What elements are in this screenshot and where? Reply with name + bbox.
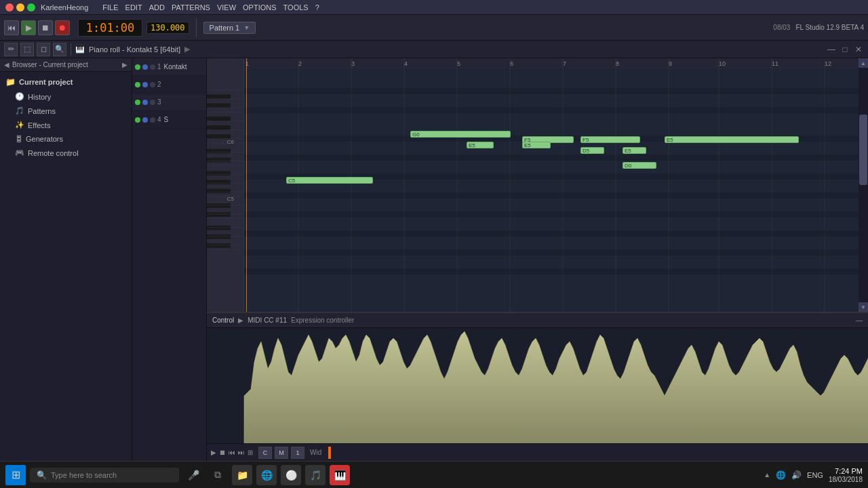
maximize-panel-btn[interactable]: □ bbox=[840, 44, 850, 55]
play-btn[interactable]: ▶ bbox=[21, 20, 36, 35]
pattern-btn[interactable]: Pattern 1 ▼ bbox=[203, 22, 256, 34]
channel-c-btn[interactable]: C bbox=[258, 447, 272, 459]
start-button[interactable]: ⊞ bbox=[5, 465, 26, 485]
remote-label: Remote control bbox=[28, 149, 79, 157]
midi-note-g5-long[interactable]: G0 bbox=[410, 131, 511, 138]
taskbar-app1[interactable]: 🎵 bbox=[305, 465, 326, 485]
midi-note-e5-1[interactable]: E5 bbox=[467, 142, 494, 148]
rewind-btn[interactable]: ⏮ bbox=[4, 20, 19, 35]
channel-m-btn[interactable]: M bbox=[275, 447, 288, 459]
scroll-up-btn[interactable]: ▲ bbox=[859, 58, 868, 68]
midi-note-f5-2[interactable]: F5 bbox=[580, 136, 640, 143]
taskbar-search[interactable]: 🔍 Type here to search bbox=[30, 468, 179, 483]
toolbar-zoom-btn[interactable]: 🔍 bbox=[53, 43, 66, 56]
mini-prev-btn[interactable]: ⏮ bbox=[229, 449, 235, 456]
svg-text:4: 4 bbox=[404, 60, 408, 67]
channel-led-11 bbox=[142, 117, 148, 123]
generators-label: Generators bbox=[26, 135, 63, 143]
channel-led-10 bbox=[135, 117, 140, 123]
svg-text:12: 12 bbox=[825, 60, 831, 67]
midi-note-d5[interactable]: D5 bbox=[580, 147, 604, 154]
volume-icon[interactable]: 🔊 bbox=[791, 470, 802, 480]
taskbar-browser[interactable]: 🌐 bbox=[256, 465, 277, 485]
toolbar-erase-btn[interactable]: ◻ bbox=[37, 43, 50, 56]
channel-led-12 bbox=[150, 117, 155, 123]
midi-note-e5-2[interactable]: E5 bbox=[522, 142, 551, 148]
sidebar-item-patterns[interactable]: 🎵 Patterns bbox=[0, 104, 132, 118]
maximize-btn[interactable] bbox=[27, 3, 35, 12]
pattern-label: Pattern 1 bbox=[210, 24, 240, 32]
svg-text:8: 8 bbox=[616, 60, 619, 67]
scroll-down-btn[interactable]: ▼ bbox=[859, 302, 868, 312]
menu-view[interactable]: VIEW bbox=[217, 3, 236, 12]
midi-note-d0[interactable]: D0 bbox=[623, 162, 656, 169]
vertical-scrollbar[interactable]: ▲ ▼ bbox=[859, 58, 868, 312]
control-label: Control bbox=[212, 317, 234, 324]
sidebar-item-current-project[interactable]: 📁 Current project bbox=[0, 75, 132, 89]
midi-note-c5[interactable]: C5 bbox=[286, 177, 373, 184]
sidebar-tree: 📁 Current project 🕐 History 🎵 Patterns ✨… bbox=[0, 72, 132, 461]
toolbar-select-btn[interactable]: ⬚ bbox=[20, 43, 34, 56]
menu-tools[interactable]: TOOLS bbox=[283, 3, 309, 12]
piano-grid[interactable]: 1 2 3 4 5 6 7 8 9 10 11 12 bbox=[244, 58, 859, 312]
history-label: History bbox=[28, 93, 51, 101]
menu-edit[interactable]: EDIT bbox=[125, 3, 142, 12]
close-panel-btn[interactable]: ✕ bbox=[853, 44, 864, 55]
midi-note-f5-3[interactable]: E5 bbox=[665, 136, 799, 143]
close-btn[interactable] bbox=[5, 3, 14, 12]
channel-led-4 bbox=[135, 82, 140, 87]
sidebar-expand-icon[interactable]: ▶ bbox=[122, 61, 127, 68]
taskbar-app2[interactable]: 🎹 bbox=[330, 465, 350, 485]
network-icon: 🌐 bbox=[776, 470, 786, 480]
channel-led-8 bbox=[142, 100, 148, 105]
svg-rect-1 bbox=[207, 94, 231, 99]
search-placeholder: Type here to search bbox=[51, 471, 117, 479]
channel-name-1: Kontakt bbox=[164, 63, 203, 70]
svg-rect-4 bbox=[207, 125, 231, 130]
svg-rect-88 bbox=[244, 268, 859, 274]
minimize-btn[interactable] bbox=[16, 3, 24, 12]
menu-add[interactable]: ADD bbox=[149, 3, 165, 12]
svg-text:11: 11 bbox=[772, 60, 778, 67]
waveform-svg bbox=[207, 328, 868, 443]
channel-btns: C M 1 bbox=[258, 447, 304, 459]
bpm-display[interactable]: 130.000 bbox=[146, 22, 189, 34]
bottom-controls: ▶ ⏹ ⏮ ⏭ ⊞ C M 1 Wid bbox=[207, 443, 868, 461]
tray-arrow[interactable]: ▲ bbox=[764, 471, 770, 479]
taskbar-chrome[interactable]: ⚪ bbox=[281, 465, 301, 485]
taskbar-file-explorer[interactable]: 📁 bbox=[232, 465, 252, 485]
menu-file[interactable]: FILE bbox=[102, 3, 118, 12]
sidebar-item-remote-control[interactable]: 🎮 Remote control bbox=[0, 146, 132, 160]
stop-btn[interactable]: ⏹ bbox=[38, 20, 53, 35]
channel-1-btn[interactable]: 1 bbox=[291, 447, 304, 459]
menu-patterns[interactable]: PATTERNS bbox=[172, 3, 210, 12]
clock: 7:24 PM 18/03/2018 bbox=[829, 466, 863, 484]
cortana-mic[interactable]: 🎤 bbox=[183, 465, 203, 485]
mini-next-btn[interactable]: ⏭ bbox=[238, 449, 245, 456]
channel-led-6 bbox=[150, 82, 155, 87]
midi-note-d5-2[interactable]: E5 bbox=[623, 147, 646, 154]
control-minimize[interactable]: — bbox=[856, 317, 863, 324]
history-icon: 🕐 bbox=[15, 92, 24, 101]
svg-rect-7 bbox=[207, 158, 231, 163]
menu-options[interactable]: OPTIONS bbox=[243, 3, 277, 12]
menu-help[interactable]: ? bbox=[315, 3, 319, 12]
sidebar-item-effects[interactable]: ✨ Effects bbox=[0, 118, 132, 132]
svg-rect-14 bbox=[207, 235, 231, 239]
mini-grid-btn[interactable]: ⊞ bbox=[248, 449, 253, 456]
channel-num-1: 1 bbox=[157, 63, 161, 70]
task-view-btn[interactable]: ⧉ bbox=[208, 465, 228, 485]
toolbar-draw-btn[interactable]: ✏ bbox=[4, 43, 18, 56]
svg-rect-84 bbox=[244, 192, 859, 199]
minimize-panel-btn[interactable]: — bbox=[826, 44, 837, 55]
svg-rect-82 bbox=[244, 155, 859, 161]
mini-stop-btn[interactable]: ⏹ bbox=[219, 449, 226, 456]
sidebar-item-generators[interactable]: 🎛 Generators bbox=[0, 132, 132, 146]
scroll-thumb[interactable] bbox=[859, 115, 867, 185]
control-arrow[interactable]: ▶ bbox=[238, 317, 243, 324]
velocity-graph[interactable] bbox=[207, 328, 868, 443]
record-btn[interactable]: ⏺ bbox=[55, 20, 70, 35]
mini-play-btn[interactable]: ▶ bbox=[211, 449, 216, 456]
svg-text:9: 9 bbox=[669, 60, 672, 67]
sidebar-item-history[interactable]: 🕐 History bbox=[0, 89, 132, 104]
